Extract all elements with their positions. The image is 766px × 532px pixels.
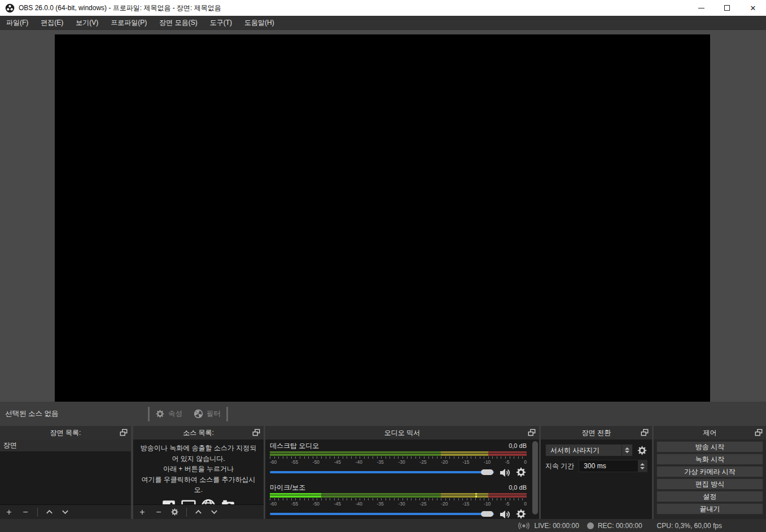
- menu-scene-collection[interactable]: 장면 모음(S): [153, 16, 203, 30]
- remove-source-button[interactable]: −: [154, 507, 163, 517]
- scenes-dock-title: 장면 목록:: [50, 428, 81, 438]
- popout-icon[interactable]: [528, 429, 536, 437]
- popout-icon[interactable]: [120, 429, 128, 437]
- controls-dock: 제어 방송 시작 녹화 시작 가상 카메라 시작 편집 방식 설정 끝내기: [654, 426, 766, 519]
- scene-list-item[interactable]: 장면: [0, 439, 131, 451]
- volume-slider-track: [270, 513, 494, 515]
- move-source-down-button[interactable]: [210, 508, 218, 516]
- close-button[interactable]: ✕: [740, 0, 766, 16]
- meter-tick-marks: [270, 456, 527, 459]
- source-properties-gear-icon[interactable]: [170, 508, 179, 516]
- studio-mode-button[interactable]: 편집 방식: [656, 478, 763, 490]
- no-source-selected-label: 선택된 소스 없음: [5, 409, 58, 419]
- start-virtual-camera-button[interactable]: 가상 카메라 시작: [656, 466, 763, 477]
- window-title: OBS 26.0.0 (64-bit, windows) - 프로파일: 제목없…: [19, 3, 221, 13]
- scene-list[interactable]: 장면: [0, 439, 131, 504]
- start-streaming-button[interactable]: 방송 시작: [656, 441, 763, 452]
- add-source-button[interactable]: +: [138, 507, 147, 517]
- meter-tick-marks: [270, 498, 527, 500]
- mixer-scrollbar[interactable]: [532, 441, 538, 515]
- move-scene-down-button[interactable]: [61, 508, 69, 516]
- title-bar[interactable]: OBS 26.0.0 (64-bit, windows) - 프로파일: 제목없…: [0, 0, 766, 16]
- channel-name: 데스크탑 오디오: [270, 441, 319, 451]
- popout-icon[interactable]: [252, 429, 260, 437]
- audio-mixer-dock: 오디오 믹서 데스크탑 오디오 0,0 dB -60-55-50-45-40-3…: [265, 426, 539, 519]
- volume-slider-handle[interactable]: [481, 469, 493, 475]
- meter-scale-labels: -60-55-50-45-40-35-30-25-20-15-10-50: [270, 459, 527, 465]
- menu-profile[interactable]: 프로파일(P): [104, 16, 153, 30]
- remove-scene-button[interactable]: −: [21, 507, 30, 517]
- controls-dock-header[interactable]: 제어: [654, 426, 766, 439]
- dock-area: 장면 목록: 장면 + − 소스 목록: 방송이나 녹화에 송출할 소스가 지정…: [0, 426, 766, 519]
- combo-arrows-icon: [621, 445, 632, 456]
- menu-help[interactable]: 도움말(H): [238, 16, 281, 30]
- preview-canvas[interactable]: [55, 34, 710, 402]
- mixer-dock-title: 오디오 믹서: [384, 428, 420, 438]
- channel-volume-db: 0,0 dB: [509, 442, 527, 449]
- sources-empty-placeholder: 방송이나 녹화에 송출할 소스가 지정되어 있지 않습니다. 아래 + 버튼을 …: [133, 439, 264, 495]
- source-list[interactable]: 방송이나 녹화에 송출할 소스가 지정되어 있지 않습니다. 아래 + 버튼을 …: [133, 439, 264, 504]
- menu-view[interactable]: 보기(V): [69, 16, 104, 30]
- obs-logo-icon: [5, 3, 15, 13]
- transitions-dock-header[interactable]: 장면 전환: [541, 426, 652, 439]
- transition-settings-gear-icon[interactable]: [637, 445, 647, 456]
- toolbar-separator: [37, 508, 38, 517]
- volume-meter: -60-55-50-45-40-35-30-25-20-15-10-50: [270, 451, 527, 465]
- popout-icon[interactable]: [755, 429, 763, 437]
- controls-dock-title: 제어: [703, 428, 717, 438]
- gear-icon: [155, 409, 165, 419]
- toolbar-separator: [226, 407, 228, 421]
- toolbar-separator: [148, 407, 150, 421]
- menu-bar: 파일(F) 편집(E) 보기(V) 프로파일(P) 장면 모음(S) 도구(T)…: [0, 16, 766, 30]
- live-time-label: LIVE: 00:00:00: [534, 522, 579, 530]
- channel-volume-db: 0,0 dB: [509, 484, 527, 491]
- properties-button[interactable]: 속성: [155, 409, 182, 419]
- volume-slider-track: [270, 471, 494, 473]
- scene-transitions-dock: 장면 전환 서서히 사라지기 지속 기간 300 ms: [541, 426, 652, 519]
- cpu-fps-label: CPU: 0,3%, 60,00 fps: [657, 522, 722, 530]
- menu-edit[interactable]: 편집(E): [34, 16, 69, 30]
- sources-dock-header[interactable]: 소스 목록:: [133, 426, 264, 439]
- image-source-icon: [160, 499, 177, 504]
- mixer-dock-header[interactable]: 오디오 믹서: [265, 426, 539, 439]
- mixer-channel-mic-aux: 마이크/보조 0,0 dB -60-55-50-45-40-35-30-25-2…: [270, 483, 527, 519]
- menu-tools[interactable]: 도구(T): [204, 16, 238, 30]
- maximize-button[interactable]: [714, 0, 740, 16]
- duration-spinbox[interactable]: 300 ms: [579, 460, 647, 472]
- volume-slider[interactable]: [270, 469, 494, 476]
- mute-speaker-icon[interactable]: [499, 467, 510, 478]
- transition-select[interactable]: 서서히 사라지기: [545, 444, 633, 456]
- rec-time-label: REC: 00:00:00: [598, 522, 642, 530]
- channel-settings-gear-icon[interactable]: [515, 508, 527, 519]
- mute-speaker-icon[interactable]: [499, 508, 510, 519]
- minimize-button[interactable]: [688, 0, 714, 16]
- display-source-icon: [180, 499, 197, 504]
- source-type-icons: [133, 499, 264, 504]
- volume-slider-handle[interactable]: [481, 511, 493, 517]
- channel-settings-gear-icon[interactable]: [515, 467, 527, 478]
- menu-file[interactable]: 파일(F): [0, 16, 34, 30]
- add-scene-button[interactable]: +: [5, 507, 14, 517]
- move-source-up-button[interactable]: [194, 508, 203, 516]
- duration-label: 지속 기간: [545, 461, 574, 471]
- start-recording-button[interactable]: 녹화 시작: [656, 454, 763, 465]
- meter-scale-labels: -60-55-50-45-40-35-30-25-20-15-10-50: [270, 501, 527, 507]
- status-bar: LIVE: 00:00:00 REC: 00:00:00 CPU: 0,3%, …: [0, 519, 766, 532]
- transitions-dock-title: 장면 전환: [582, 428, 611, 438]
- recording-dot-icon: [587, 522, 594, 529]
- filters-button[interactable]: 필터: [194, 409, 221, 419]
- popout-icon[interactable]: [641, 429, 649, 437]
- browser-source-icon: [200, 499, 217, 504]
- settings-button[interactable]: 설정: [656, 491, 763, 502]
- scenes-dock-header[interactable]: 장면 목록:: [0, 426, 131, 439]
- toolbar-separator: [186, 508, 187, 517]
- move-scene-up-button[interactable]: [45, 508, 54, 516]
- properties-label: 속성: [168, 409, 182, 419]
- source-toolbar: 선택된 소스 없음 속성 필터: [0, 402, 766, 426]
- spinner-arrows-icon[interactable]: [638, 460, 647, 472]
- sources-toolbar: + −: [133, 504, 264, 519]
- volume-slider[interactable]: [270, 511, 494, 517]
- exit-button[interactable]: 끝내기: [656, 503, 763, 515]
- sources-dock: 소스 목록: 방송이나 녹화에 송출할 소스가 지정되어 있지 않습니다. 아래…: [133, 426, 264, 519]
- filters-label: 필터: [207, 409, 221, 419]
